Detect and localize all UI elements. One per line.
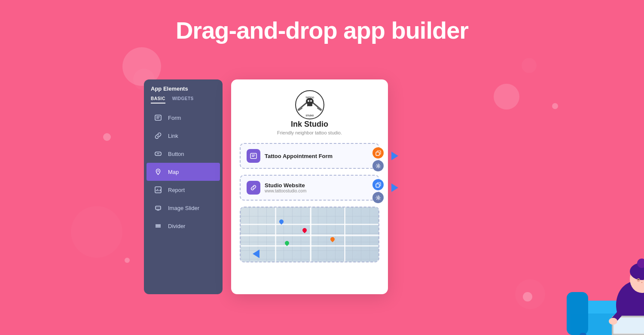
form-icon (153, 113, 163, 122)
map-element-arrow (253, 250, 259, 258)
sidebar-item-divider[interactable]: Divider (147, 217, 220, 235)
svg-rect-30 (250, 153, 256, 158)
app-preview-panel: TATTOO STUDIO Ink Studio Friendly neighb… (231, 79, 388, 294)
link-element-block: Studio Website www.tattoostudio.com (240, 175, 379, 201)
link-settings-button[interactable] (372, 192, 384, 203)
sidebar-item-image-slider[interactable]: Image Slider (147, 199, 220, 217)
main-area: App Elements BASIC WIDGETS Form (144, 79, 388, 294)
app-name: Ink Studio (291, 120, 328, 129)
app-logo: TATTOO STUDIO (295, 90, 325, 120)
sidebar-item-link[interactable]: Link (147, 127, 220, 145)
map-element-block (240, 207, 379, 262)
sidebar-item-report-label: Report (168, 187, 185, 193)
sidebar-item-form[interactable]: Form (147, 109, 220, 127)
sidebar-tabs: BASIC WIDGETS (144, 96, 223, 109)
svg-text:STUDIO: STUDIO (305, 114, 314, 117)
app-subtitle: Friendly neighbor tattoo studio. (277, 130, 342, 135)
form-copy-button[interactable] (372, 147, 384, 158)
link-element-icon (247, 181, 260, 195)
svg-point-53 (637, 278, 640, 282)
svg-point-25 (310, 100, 312, 102)
svg-point-36 (377, 197, 379, 198)
sidebar-item-image-slider-label: Image Slider (168, 205, 199, 211)
svg-point-12 (157, 210, 158, 211)
sidebar-title: App Elements (144, 85, 223, 96)
sidebar-item-divider-label: Divider (168, 223, 185, 229)
tab-basic[interactable]: BASIC (151, 96, 165, 104)
form-settings-button[interactable] (372, 160, 384, 171)
form-element-actions (372, 147, 384, 171)
svg-rect-0 (155, 115, 161, 120)
sidebar-item-button-label: Button (168, 151, 184, 157)
page-title: Drag-and-drop app builder (0, 16, 644, 44)
person-illustration (562, 206, 644, 335)
sidebar-item-map[interactable]: Map (147, 163, 220, 181)
svg-rect-23 (311, 106, 312, 107)
form-element-block: Tattoo Appointment Form (240, 143, 379, 169)
svg-point-55 (609, 318, 617, 325)
report-icon (153, 185, 163, 195)
svg-point-5 (158, 171, 159, 172)
svg-rect-22 (309, 106, 311, 107)
app-logo-area: TATTOO STUDIO Ink Studio Friendly neighb… (240, 90, 379, 135)
sidebar-item-button[interactable]: Button (147, 145, 220, 163)
link-icon (153, 131, 163, 140)
link-element-actions (372, 179, 384, 203)
svg-text:TATTOO: TATTOO (305, 96, 314, 99)
form-element-arrow (391, 152, 398, 160)
link-element-url: www.tattoostudio.com (265, 189, 372, 193)
svg-rect-35 (376, 184, 379, 187)
divider-icon (153, 221, 163, 231)
svg-point-24 (308, 100, 309, 102)
page-header: Drag-and-drop app builder (0, 0, 644, 44)
sidebar-item-link-label: Link (168, 133, 178, 139)
image-slider-icon (153, 203, 163, 213)
svg-rect-48 (614, 318, 644, 333)
link-copy-button[interactable] (372, 179, 384, 190)
svg-point-13 (158, 210, 159, 211)
button-icon (153, 149, 163, 158)
svg-rect-33 (376, 152, 379, 155)
sidebar-panel: App Elements BASIC WIDGETS Form (144, 79, 223, 294)
svg-point-34 (377, 165, 379, 167)
form-element-title: Tattoo Appointment Form (265, 153, 372, 159)
svg-point-19 (306, 98, 314, 105)
svg-rect-21 (308, 106, 309, 107)
form-element-icon (247, 149, 260, 163)
sidebar-item-map-label: Map (168, 169, 179, 175)
map-placeholder (241, 207, 378, 262)
sidebar-item-form-label: Form (168, 115, 181, 121)
link-element-title: Studio Website (265, 182, 372, 189)
link-element-arrow (391, 183, 398, 192)
sidebar-item-report[interactable]: Report (147, 181, 220, 199)
map-icon (153, 167, 163, 177)
tab-widgets[interactable]: WIDGETS (172, 96, 194, 104)
svg-point-14 (159, 210, 159, 211)
